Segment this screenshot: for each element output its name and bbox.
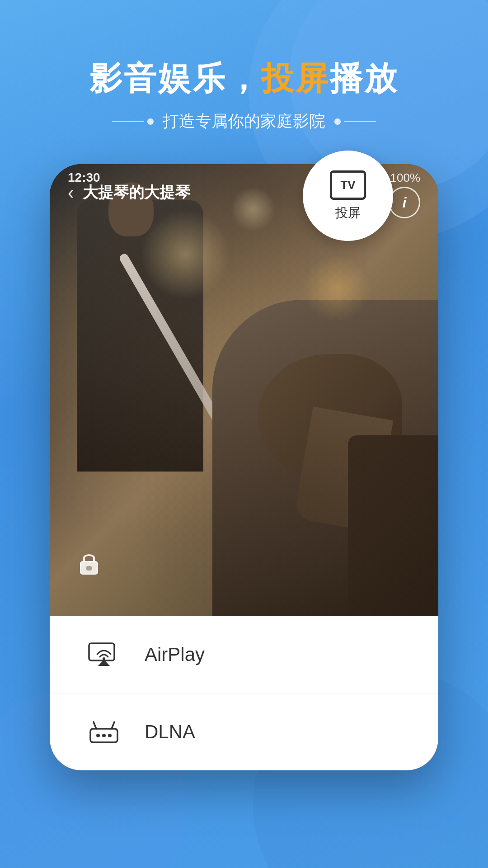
svg-rect-2 (89, 643, 114, 660)
svg-rect-1 (86, 566, 92, 571)
video-title: 大提琴的大提琴 (83, 182, 190, 203)
title-highlight: 投屏 (261, 60, 330, 96)
tv-cast-button[interactable]: TV 投屏 (303, 151, 393, 241)
page-content: 影音娱乐，投屏播放 打造专属你的家庭影院 TV 投屏 (0, 0, 488, 868)
svg-line-6 (94, 722, 96, 729)
title-part2: 播放 (330, 60, 399, 96)
subtitle-line-left (112, 121, 144, 122)
subtitle-dot-right (334, 118, 341, 125)
subtitle-row: 打造专属你的家庭影院 (89, 110, 399, 132)
title-part1: 影音娱乐， (89, 60, 261, 96)
instrument (348, 435, 438, 616)
subtitle-line-right (344, 121, 376, 122)
tv-icon: TV (330, 170, 366, 200)
tv-cast-label: 投屏 (335, 204, 361, 222)
subtitle-text: 打造专属你的家庭影院 (163, 110, 325, 132)
phone-container: TV 投屏 (50, 164, 438, 770)
svg-point-8 (96, 734, 100, 737)
svg-line-7 (112, 722, 114, 729)
airplay-label: AirPlay (145, 644, 205, 665)
info-button[interactable]: i (389, 187, 420, 218)
svg-point-4 (103, 657, 105, 660)
tv-icon-text: TV (340, 178, 355, 192)
svg-point-10 (108, 734, 112, 737)
bottom-sheet: AirPlay (50, 616, 438, 770)
dlna-icon (86, 718, 122, 745)
phone-screen: 12:30 100% ‹ 大提琴的大提琴 i (50, 164, 438, 770)
airplay-item[interactable]: AirPlay (50, 616, 438, 693)
back-button[interactable]: ‹ (68, 183, 74, 203)
video-area: 12:30 100% ‹ 大提琴的大提琴 i (50, 164, 438, 616)
header-section: 影音娱乐，投屏播放 打造专属你的家庭影院 (89, 59, 399, 132)
phone-mockup: 12:30 100% ‹ 大提琴的大提琴 i (50, 164, 438, 770)
main-title: 影音娱乐，投屏播放 (89, 59, 399, 98)
lock-icon[interactable] (77, 549, 102, 580)
info-icon: i (403, 194, 407, 211)
subtitle-right-decorator (334, 118, 376, 125)
airplay-icon (86, 641, 122, 668)
dlna-item[interactable]: DLNA (50, 693, 438, 770)
dlna-label: DLNA (145, 721, 195, 743)
subtitle-left-decorator (112, 118, 154, 125)
subtitle-dot-left (147, 118, 154, 125)
bokeh-1 (140, 209, 230, 300)
bokeh-2 (303, 255, 371, 322)
svg-point-9 (102, 734, 106, 737)
